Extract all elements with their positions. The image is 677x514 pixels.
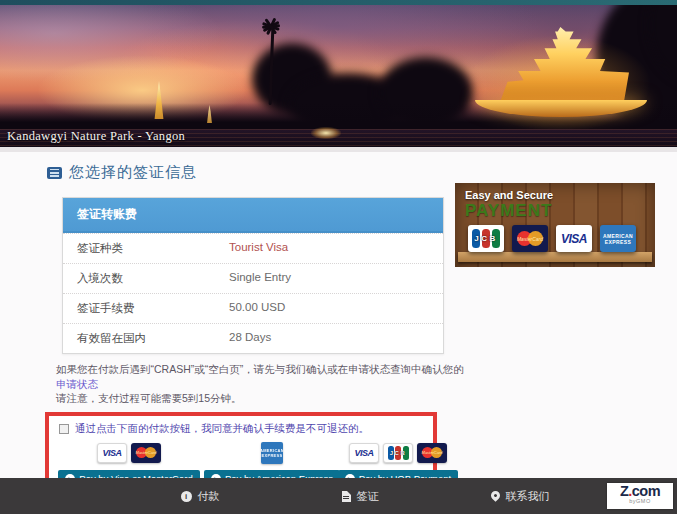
- row-value: Tourist Visa: [229, 241, 288, 256]
- card-logos: VISA JCB MasterCard: [349, 442, 447, 464]
- main-content: 您选择的签证信息 签证转账费 签证种类 Tourist Visa 入境次数 Si…: [0, 152, 677, 478]
- card-logos: AMERICANEXPRESS: [261, 442, 283, 464]
- amex-logo: AMERICANEXPRESS: [600, 225, 636, 252]
- row-label: 签证种类: [77, 241, 229, 256]
- header-photo: Kandawgyi Nature Park - Yangon: [0, 5, 677, 147]
- table-header: 签证转账费: [63, 198, 443, 233]
- table-row: 签证手续费 50.00 USD: [63, 293, 443, 323]
- crash-notice: 如果您在付款后遇到“CRASH”或“空白页”，请先与我们确认或在申请状态查询中确…: [56, 362, 468, 406]
- application-status-link[interactable]: 申请状态: [56, 378, 98, 390]
- agreement-text: 通过点击下面的付款按钮，我同意并确认手续费是不可退还的。: [75, 422, 369, 436]
- page-title-row: 您选择的签证信息: [0, 152, 677, 182]
- banner-subtitle: Easy and Secure: [465, 189, 553, 201]
- amex-logo: AMERICANEXPRESS: [261, 442, 283, 464]
- mastercard-logo: MasterCard: [417, 443, 447, 463]
- agreement-checkbox[interactable]: [59, 424, 69, 434]
- footer-item-label: 签证: [357, 489, 379, 504]
- row-label: 入境次数: [77, 271, 229, 286]
- list-icon: [47, 167, 62, 179]
- row-value: Single Entry: [229, 271, 291, 286]
- wooden-shelf: [458, 252, 652, 262]
- table-row: 有效留在国内 28 Days: [63, 323, 443, 353]
- row-label: 有效留在国内: [77, 331, 229, 346]
- zcom-byline: byGMO: [607, 498, 673, 504]
- footer-item-visa[interactable]: 签证: [280, 489, 440, 504]
- visa-logo: VISA: [349, 443, 379, 463]
- banner-title: PAYMENT: [465, 201, 552, 221]
- photo-caption: Kandawgyi Nature Park - Yangon: [7, 129, 185, 144]
- info-icon: [181, 491, 192, 502]
- location-pin-icon: [489, 489, 502, 502]
- mastercard-logo: MasterCard: [512, 225, 548, 252]
- row-value: 28 Days: [229, 331, 271, 346]
- document-icon: [342, 491, 351, 502]
- visa-logo: VISA: [556, 225, 592, 252]
- footer-nav: 付款 签证 联系我们: [120, 489, 600, 504]
- visa-info-table: 签证转账费 签证种类 Tourist Visa 入境次数 Single Entr…: [62, 197, 444, 354]
- light-reflection: [311, 127, 341, 139]
- footer-item-payment[interactable]: 付款: [120, 489, 280, 504]
- notice-line2: 请注意，支付过程可能需要5到15分钟。: [56, 392, 242, 404]
- footer-item-label: 联系我们: [506, 489, 550, 504]
- jcb-logo: JCB: [383, 443, 413, 463]
- footer-item-label: 付款: [198, 489, 220, 504]
- footer: 付款 签证 联系我们 Z.com byGMO: [0, 478, 677, 514]
- zcom-logo[interactable]: Z.com byGMO: [607, 483, 673, 509]
- row-value: 50.00 USD: [229, 301, 285, 316]
- table-row: 签证种类 Tourist Visa: [63, 233, 443, 263]
- banner-card-logos: JCB MasterCard VISA AMERICANEXPRESS: [468, 225, 636, 252]
- jcb-logo: JCB: [468, 225, 504, 252]
- card-logos: VISA MasterCard: [97, 442, 161, 464]
- mastercard-logo: MasterCard: [131, 443, 161, 463]
- secure-payment-banner: Easy and Secure PAYMENT JCB MasterCard V…: [455, 183, 655, 267]
- footer-item-contact[interactable]: 联系我们: [440, 489, 600, 504]
- table-row: 入境次数 Single Entry: [63, 263, 443, 293]
- page-title: 您选择的签证信息: [69, 163, 197, 182]
- visa-logo: VISA: [97, 443, 127, 463]
- agreement-row: 通过点击下面的付款按钮，我同意并确认手续费是不可退还的。: [59, 422, 423, 436]
- row-label: 签证手续费: [77, 301, 229, 316]
- notice-line1: 如果您在付款后遇到“CRASH”或“空白页”，请先与我们确认或在申请状态查询中确…: [56, 363, 464, 375]
